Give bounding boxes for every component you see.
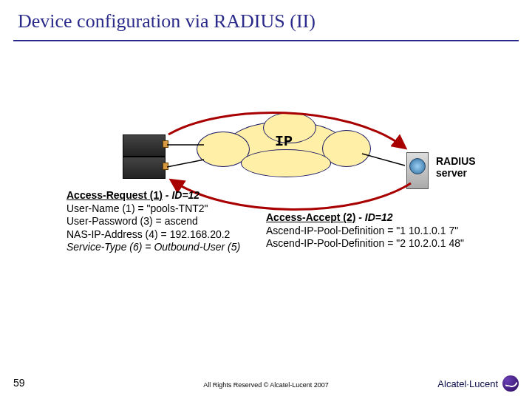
access-accept-block: Access-Accept (2) - ID=12 Ascend-IP-Pool… <box>266 211 464 250</box>
cloud-label: IP <box>275 133 293 150</box>
brand-logo: Alcatel·Lucent <box>437 375 519 392</box>
radius-server-icon <box>399 148 434 192</box>
request-line: NAS-IP-Address (4) = 192.168.20.2 <box>66 228 240 242</box>
title-underline <box>13 40 519 41</box>
accept-line: Ascend-IP-Pool-Definition = "1 10.1.0.1 … <box>266 225 464 238</box>
brand-text: Alcatel·Lucent <box>437 378 498 389</box>
nas-device-icon <box>123 134 167 182</box>
access-request-block: Access-Request (1) - ID=12 User-Name (1)… <box>66 189 240 254</box>
slide: Device configuration via RADIUS (II) IP … <box>0 0 532 399</box>
accept-line: Ascend-IP-Pool-Definition = "2 10.2.0.1 … <box>266 237 464 250</box>
radius-server-label: RADIUSserver <box>436 155 476 179</box>
request-line: User-Name (1) = "pools-TNT2" <box>66 202 240 216</box>
slide-title: Device configuration via RADIUS (II) <box>18 10 316 33</box>
brand-mark-icon <box>502 375 519 392</box>
request-line: Service-Type (6) = Outbound-User (5) <box>66 241 240 254</box>
request-line: User-Password (3) = ascend <box>66 215 240 228</box>
access-request-header: Access-Request (1) - ID=12 <box>66 189 240 202</box>
access-accept-header: Access-Accept (2) - ID=12 <box>266 211 464 225</box>
